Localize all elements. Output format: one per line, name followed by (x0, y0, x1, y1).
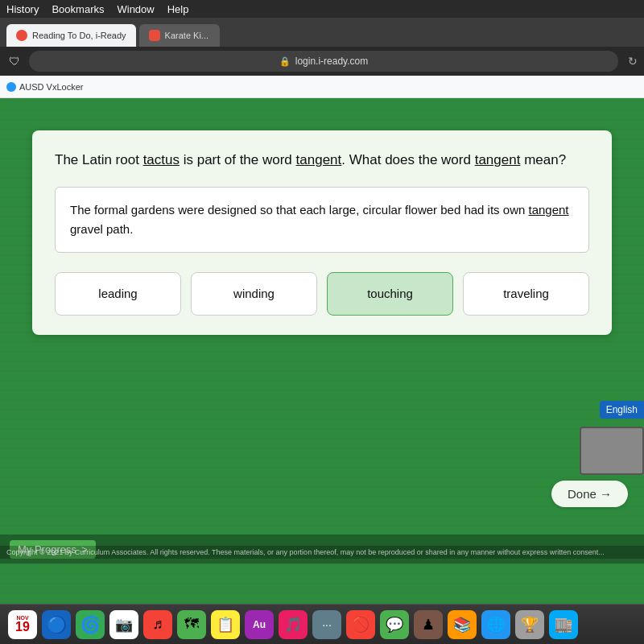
reading-favicon (16, 30, 27, 41)
dock-notes[interactable]: 📋 (211, 610, 240, 639)
word-tangent-passage: tangent (528, 203, 568, 217)
question-text: The Latin root tactus is part of the wor… (55, 150, 589, 171)
browser-chrome: Reading To Do, i-Ready Karate Ki... 🛡 🔒 … (0, 18, 644, 98)
tab-youtube-label: Karate Ki... (165, 31, 210, 40)
dock-music[interactable]: ♬ (143, 610, 172, 639)
word-tangent-2: tangent (475, 152, 521, 167)
option-leading[interactable]: leading (55, 272, 181, 316)
english-badge: English (600, 401, 644, 419)
dock-safari[interactable]: 🌀 (76, 610, 105, 639)
bookmark-dot (6, 82, 16, 92)
copyright-bar: Copyright © 2021 by Curriculum Associate… (0, 546, 644, 559)
bookmark-label: AUSD VxLocker (19, 82, 83, 92)
shield-icon: 🛡 (6, 53, 23, 69)
option-traveling[interactable]: traveling (463, 272, 589, 316)
dock-store[interactable]: 🏬 (549, 610, 578, 639)
dock-game[interactable]: 🏆 (515, 610, 544, 639)
quiz-card: The Latin root tactus is part of the wor… (32, 130, 612, 335)
menu-bookmarks[interactable]: Bookmarks (52, 3, 104, 15)
menu-help[interactable]: Help (167, 3, 189, 15)
tab-reading-label: Reading To Do, i-Ready (32, 31, 126, 40)
dock-no[interactable]: 🚫 (346, 610, 375, 639)
dock-messages[interactable]: 💬 (380, 610, 409, 639)
address-box[interactable]: 🔒 login.i-ready.com (29, 51, 618, 72)
dock: NOV 19 🔵 🌀 📷 ♬ 🗺 📋 Au 🎵 ··· 🚫 💬 ♟ 📚 🌐 🏆 … (0, 604, 644, 644)
menu-history[interactable]: History (6, 3, 39, 15)
copyright-text: Copyright © 2021 by Curriculum Associate… (6, 548, 605, 556)
menu-window[interactable]: Window (117, 3, 154, 15)
dock-more[interactable]: ··· (312, 610, 341, 639)
lock-icon: 🔒 (279, 56, 291, 67)
bookmarks-bar: AUSD VxLocker (0, 76, 644, 98)
menu-bar: History Bookmarks Window Help (0, 0, 644, 18)
option-touching[interactable]: touching (327, 272, 453, 316)
dock-audition[interactable]: Au (245, 610, 274, 639)
dock-photos[interactable]: 📷 (109, 610, 138, 639)
dock-itunes[interactable]: 🎵 (279, 610, 308, 639)
dock-browser[interactable]: 🌐 (481, 610, 510, 639)
passage-box: The formal gardens were designed so that… (55, 187, 589, 253)
video-thumbnail (580, 427, 644, 475)
dock-calendar-day: 19 (15, 621, 30, 634)
option-winding[interactable]: winding (191, 272, 317, 316)
content-area: The Latin root tactus is part of the wor… (0, 98, 644, 604)
submit-button[interactable]: Done → (551, 481, 628, 507)
address-text: login.i-ready.com (295, 56, 368, 67)
tab-reading[interactable]: Reading To Do, i-Ready (6, 24, 136, 47)
dock-finder[interactable]: 🔵 (42, 610, 71, 639)
passage-text: The formal gardens were designed so that… (70, 203, 569, 236)
submit-area: Done → (551, 481, 628, 507)
dock-calendar[interactable]: NOV 19 (8, 610, 37, 639)
word-tangent-1: tangent (296, 152, 342, 167)
dock-maps[interactable]: 🗺 (177, 610, 206, 639)
address-bar-row: 🛡 🔒 login.i-ready.com ↻ (0, 47, 644, 76)
answer-options: leading winding touching traveling (55, 272, 589, 316)
reload-button[interactable]: ↻ (628, 55, 638, 68)
youtube-favicon (149, 30, 160, 41)
word-tactus: tactus (143, 152, 180, 167)
tab-youtube[interactable]: Karate Ki... (139, 24, 220, 47)
bookmark-ausd[interactable]: AUSD VxLocker (6, 82, 83, 92)
tab-bar: Reading To Do, i-Ready Karate Ki... (0, 18, 644, 47)
dock-chess[interactable]: ♟ (414, 610, 443, 639)
dock-books[interactable]: 📚 (448, 610, 477, 639)
